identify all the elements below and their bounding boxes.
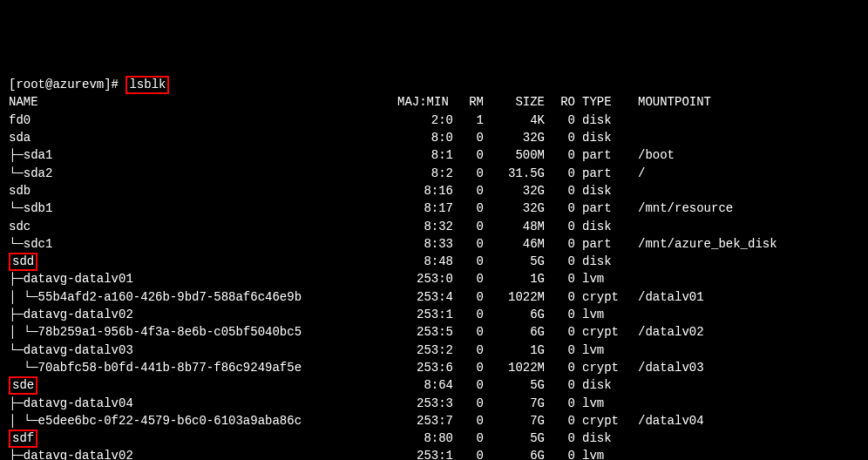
rm: 0 <box>453 342 484 359</box>
majmin: 253:4 <box>392 288 453 306</box>
device-name: ├─datavg-datalv02 <box>9 447 392 460</box>
type: disk <box>575 182 627 200</box>
ro: 0 <box>545 270 575 288</box>
majmin: 253:6 <box>392 359 453 376</box>
rm: 0 <box>453 323 484 341</box>
device-name: fd0 <box>9 112 392 129</box>
rm: 0 <box>453 253 484 270</box>
size: 5G <box>484 376 545 394</box>
highlighted-device: sde <box>9 376 37 395</box>
type: disk <box>575 430 627 447</box>
rm: 0 <box>453 395 484 412</box>
rm: 0 <box>453 200 484 217</box>
type: part <box>575 165 627 182</box>
majmin: 8:16 <box>392 182 453 200</box>
ro: 0 <box>545 376 575 394</box>
device-name: ├─sda1 <box>9 146 392 164</box>
type: disk <box>575 218 627 235</box>
rm: 0 <box>453 359 484 376</box>
majmin: 8:1 <box>392 146 453 164</box>
lsblk-row: └─datavg-datalv03253:201G0lvm <box>9 342 859 359</box>
type: lvm <box>575 342 627 359</box>
size: 1G <box>484 342 545 359</box>
majmin: 8:64 <box>392 376 453 394</box>
rm: 0 <box>453 165 484 182</box>
type: part <box>575 146 627 164</box>
type: crypt <box>575 323 627 341</box>
device-name: └─sdc1 <box>9 235 392 253</box>
type: disk <box>575 376 627 394</box>
device-name: └─sda2 <box>9 165 392 182</box>
lsblk-row: sdc8:32048M0disk <box>9 218 859 235</box>
command: lsblk <box>125 76 169 94</box>
size: 6G <box>484 323 545 341</box>
ro: 0 <box>545 359 575 376</box>
size: 1022M <box>484 288 545 306</box>
ro: 0 <box>545 430 575 447</box>
size: 32G <box>484 182 545 200</box>
lsblk-row: └─70abfc58-b0fd-441b-8b77-f86c9249af5e25… <box>9 359 859 376</box>
mountpoint: /datalv02 <box>627 323 704 341</box>
rm: 0 <box>453 182 484 200</box>
type: part <box>575 235 627 253</box>
highlighted-device: sdf <box>9 430 37 448</box>
lsblk-row: ├─datavg-datalv02253:106G0lvm <box>9 306 859 323</box>
type: disk <box>575 253 627 270</box>
rm: 0 <box>453 129 484 146</box>
size: 32G <box>484 129 545 146</box>
lsblk-row: └─sdc18:33046M0part/mnt/azure_bek_disk <box>9 235 859 253</box>
ro: 0 <box>545 146 575 164</box>
lsblk-row: ├─datavg-datalv04253:307G0lvm <box>9 395 859 412</box>
type: lvm <box>575 306 627 323</box>
ro: 0 <box>545 306 575 323</box>
lsblk-row: ├─datavg-datalv02253:106G0lvm <box>9 447 859 460</box>
device-name: sda <box>9 129 392 146</box>
majmin: 253:1 <box>392 306 453 323</box>
mountpoint: /datalv01 <box>627 288 704 306</box>
col-majmin: MAJ:MIN <box>392 93 453 111</box>
col-ro: RO <box>545 93 575 111</box>
lsblk-row: fd02:014K0disk <box>9 112 859 129</box>
device-name: ├─datavg-datalv04 <box>9 395 392 412</box>
size: 7G <box>484 395 545 412</box>
rm: 0 <box>453 306 484 323</box>
lsblk-row: └─sdb18:17032G0part/mnt/resource <box>9 200 859 217</box>
size: 5G <box>484 253 545 270</box>
type: lvm <box>575 395 627 412</box>
highlighted-device: sdd <box>9 253 37 271</box>
rm: 0 <box>453 412 484 430</box>
size: 48M <box>484 218 545 235</box>
rm: 0 <box>453 146 484 164</box>
lsblk-row: sdd8:4805G0disk <box>9 253 859 270</box>
rm: 1 <box>453 112 484 129</box>
majmin: 2:0 <box>392 112 453 129</box>
mountpoint: /mnt/resource <box>627 200 733 217</box>
rm: 0 <box>453 218 484 235</box>
mountpoint: /datalv03 <box>627 359 704 376</box>
device-name: └─70abfc58-b0fd-441b-8b77-f86c9249af5e <box>9 359 392 376</box>
majmin: 253:2 <box>392 342 453 359</box>
device-name: ├─datavg-datalv02 <box>9 306 392 323</box>
device-name: sdd <box>9 253 392 270</box>
lsblk-row: │ └─78b259a1-956b-4f3a-8e6b-c05bf5040bc5… <box>9 323 859 341</box>
majmin: 253:7 <box>392 412 453 430</box>
ro: 0 <box>545 253 575 270</box>
type: crypt <box>575 359 627 376</box>
mountpoint: /boot <box>627 146 675 164</box>
mountpoint: /mnt/azure_bek_disk <box>627 235 777 253</box>
majmin: 253:5 <box>392 323 453 341</box>
size: 46M <box>484 235 545 253</box>
prompt-line[interactable]: [root@azurevm]# lsblk <box>9 76 859 93</box>
ro: 0 <box>545 218 575 235</box>
rm: 0 <box>453 288 484 306</box>
col-name: NAME <box>9 93 392 111</box>
lsblk-row: ├─sda18:10500M0part/boot <box>9 146 859 164</box>
lsblk-header: NAMEMAJ:MINRMSIZEROTYPEMOUNTPOINT <box>9 93 859 111</box>
device-name: sdc <box>9 218 392 235</box>
size: 1G <box>484 270 545 288</box>
ro: 0 <box>545 447 575 460</box>
type: part <box>575 200 627 217</box>
majmin: 8:32 <box>392 218 453 235</box>
majmin: 253:0 <box>392 270 453 288</box>
size: 5G <box>484 430 545 447</box>
